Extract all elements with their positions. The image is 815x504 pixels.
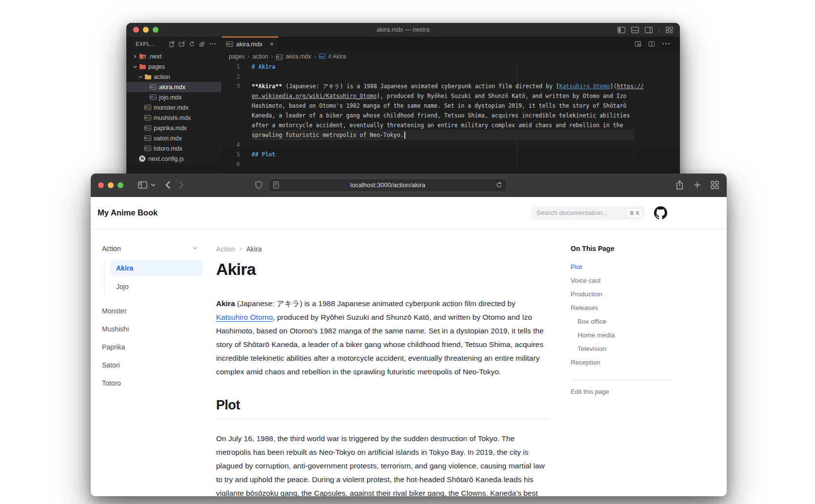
explorer-header-label: EXPL...	[136, 41, 155, 47]
share-icon[interactable]	[676, 180, 684, 190]
chevron-down-icon[interactable]	[151, 183, 156, 187]
code-token: https://	[616, 83, 643, 90]
breadcrumb-section[interactable]: Action	[216, 245, 235, 253]
breadcrumb-item[interactable]: akira.mdx	[286, 53, 311, 60]
safari-window: localhost:3000/action/akira My Anime Boo…	[91, 174, 727, 496]
mdx-icon: M↓	[144, 115, 154, 120]
tab-overview-icon[interactable]	[711, 181, 719, 189]
file-tree-item-next-config-js[interactable]: Nnext.config.js	[126, 154, 221, 164]
file-tree-label: mushishi.mdx	[154, 115, 191, 121]
toc-item-releases[interactable]: Releases	[571, 304, 673, 311]
close-tab-icon[interactable]: ×	[270, 40, 274, 48]
new-folder-icon[interactable]	[179, 41, 185, 47]
code-token: en.wikipedia.org/wiki/Katsuhiro_Otomo	[252, 93, 377, 99]
privacy-shield-icon[interactable]	[255, 181, 262, 189]
line-number	[222, 91, 252, 101]
new-tab-icon[interactable]	[694, 181, 701, 189]
toggle-panel-icon[interactable]	[631, 27, 639, 33]
text-run: Akira	[216, 299, 235, 308]
breadcrumb-item[interactable]: pages	[229, 53, 245, 60]
file-tree-item-mushishi-mdx[interactable]: M↓mushishi.mdx	[126, 113, 221, 123]
sidebar-toggle-icon[interactable]	[138, 181, 147, 189]
code-text: **Akira** (Japanese: アキラ) is a 1988 Japa…	[252, 81, 644, 91]
code-line: 4	[222, 140, 680, 150]
code-token: ](	[610, 83, 617, 90]
sidebar-item-satori[interactable]: Satori	[96, 358, 202, 372]
mdx-icon: M↓	[144, 125, 154, 131]
code-token: **Akira**	[252, 83, 282, 90]
file-tree-item-monster-mdx[interactable]: M↓monster.mdx	[126, 102, 221, 113]
editor-more-actions-icon[interactable]: ···	[662, 39, 671, 48]
edit-page-link[interactable]: Edit this page	[571, 388, 673, 395]
close-button[interactable]	[133, 27, 139, 33]
code-line: Hashimoto, based on Otomo's 1982 manga o…	[222, 101, 680, 111]
minimize-button[interactable]	[143, 27, 149, 33]
editor-tab-akira-mdx[interactable]: M↓ akira.mdx ×	[222, 37, 278, 51]
refresh-explorer-icon[interactable]	[189, 41, 195, 47]
new-file-icon[interactable]	[168, 41, 175, 47]
toggle-secondary-sidebar-icon[interactable]	[645, 27, 653, 33]
chevron-down-icon	[138, 73, 143, 81]
address-bar[interactable]: localhost:3000/action/akira	[268, 178, 507, 192]
toc-item-television[interactable]: Television	[571, 345, 673, 352]
code-line: sprawling futuristic metropolis of Neo-T…	[222, 130, 680, 140]
github-link[interactable]	[654, 206, 667, 219]
code-text: sprawling futuristic metropolis of Neo-T…	[252, 130, 634, 140]
toc-item-box-office[interactable]: Box office	[571, 318, 673, 325]
breadcrumb-item[interactable]: action	[253, 53, 268, 60]
toggle-primary-sidebar-icon[interactable]	[617, 27, 625, 33]
breadcrumb-item[interactable]: # Akira	[328, 53, 346, 60]
file-tree-item-pages[interactable]: pages	[126, 61, 221, 72]
file-tree-label: .next	[148, 53, 161, 60]
forward-button[interactable]	[179, 181, 184, 189]
toc-item-plot[interactable]: Plot	[571, 263, 673, 271]
sidebar-item-paprika[interactable]: Paprika	[96, 340, 202, 354]
minimize-button[interactable]	[108, 182, 114, 188]
symbol-abc-icon: abc	[319, 54, 325, 59]
file-tree-item-akira-mdx[interactable]: M↓akira.mdx	[126, 82, 221, 92]
explorer-more-actions-icon[interactable]: ···	[209, 40, 217, 47]
search-box[interactable]: ⌘ K	[531, 206, 645, 220]
file-tree-item-action[interactable]: action	[126, 72, 221, 82]
reader-icon[interactable]	[273, 181, 279, 189]
file-tree-item-satori-mdx[interactable]: M↓satori.mdx	[126, 133, 221, 143]
file-tree-item-totoro-mdx[interactable]: M↓totoro.mdx	[126, 143, 221, 154]
site-title[interactable]: My Anime Book	[98, 208, 158, 217]
sidebar-section-action[interactable]: Action	[96, 242, 202, 255]
code-text: # Akira	[252, 62, 275, 72]
safari-toolbar: localhost:3000/action/akira	[91, 174, 727, 197]
split-editor-search-icon[interactable]	[635, 40, 641, 47]
article: Action Akira Akira Akira (Japanese: アキラ)…	[216, 229, 549, 496]
file-tree-item-paprika-mdx[interactable]: M↓paprika.mdx	[126, 123, 221, 133]
zoom-button[interactable]	[118, 182, 123, 188]
breadcrumb-separator: ›	[248, 53, 250, 60]
sidebar-item-jojo[interactable]: Jojo	[110, 279, 202, 294]
close-button[interactable]	[98, 182, 104, 188]
toc-item-home-media[interactable]: Home media	[571, 331, 673, 339]
toc-item-reception[interactable]: Reception	[571, 359, 673, 366]
file-tree-item-jojo-mdx[interactable]: M↓jojo.mdx	[126, 92, 221, 102]
collapse-folders-icon[interactable]	[199, 41, 205, 47]
customize-layout-icon[interactable]	[666, 27, 673, 33]
split-editor-icon[interactable]	[648, 40, 655, 47]
sidebar-item-totoro[interactable]: Totoro	[96, 376, 202, 390]
code-line: en.wikipedia.org/wiki/Katsuhiro_Otomo), …	[222, 91, 680, 101]
sidebar-item-mushishi[interactable]: Mushishi	[96, 322, 202, 336]
folder-next-icon	[139, 53, 148, 59]
sidebar-item-akira[interactable]: Akira	[110, 260, 202, 276]
zoom-button[interactable]	[153, 27, 159, 33]
safari-traffic-lights	[98, 182, 127, 188]
line-number: 6	[222, 159, 252, 169]
sidebar-item-monster[interactable]: Monster	[96, 304, 202, 318]
breadcrumb: Action Akira	[216, 245, 549, 253]
inline-link[interactable]: Katsuhiro Otomo	[216, 313, 273, 321]
reload-icon[interactable]	[496, 182, 502, 188]
file-tree-item-next[interactable]: .next	[126, 51, 221, 61]
mdx-icon: M↓	[144, 136, 154, 141]
intro-paragraph: Akira (Japanese: アキラ) is a 1988 Japanese…	[216, 297, 549, 379]
toc-item-production[interactable]: Production	[571, 291, 673, 298]
toc-item-voice-cast[interactable]: Voice cast	[571, 277, 673, 284]
code-token: ## Plot	[252, 151, 275, 158]
back-button[interactable]	[165, 181, 171, 189]
sidebar-section-label: Action	[102, 245, 121, 252]
